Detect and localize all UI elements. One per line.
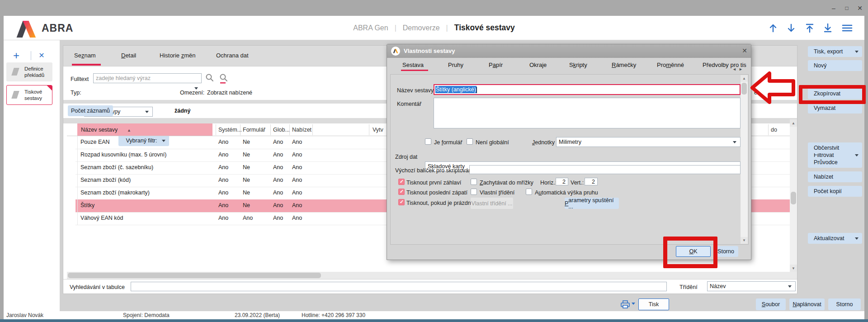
tab-seznam[interactable]: Seznam [74, 52, 96, 59]
snap-grid-checkbox[interactable] [471, 179, 477, 185]
je-formular-label[interactable]: Je formulář [434, 139, 462, 146]
print-last-footer-checkbox[interactable] [398, 189, 405, 195]
scrollbar-thumb[interactable] [791, 192, 796, 204]
column-header-do-clipped[interactable]: do [771, 123, 777, 136]
table-horizontal-scrollbar[interactable] [67, 272, 790, 279]
column-header-nabizet[interactable]: Nabízet [292, 123, 311, 136]
print-icon-button[interactable] [620, 299, 637, 310]
snap-grid-label[interactable]: Zachytávat do mřížky [480, 179, 533, 186]
novy-button[interactable]: Nový [808, 60, 862, 71]
fulltext-input[interactable] [93, 73, 202, 83]
scroll-down-icon[interactable]: ▼ [790, 265, 797, 272]
add-agenda-button[interactable]: + [11, 50, 22, 62]
record-count-button[interactable]: Počet záznamů [68, 105, 113, 116]
dialog-tab-okraje[interactable]: Okraje [529, 62, 547, 68]
arrow-to-top-icon[interactable] [804, 23, 815, 33]
dialog-tab-promenne[interactable]: Proměnné [657, 62, 684, 68]
horiz-input[interactable] [556, 178, 568, 185]
scroll-down-icon[interactable]: ▼ [741, 237, 748, 244]
print-if-empty-label[interactable]: Tisknout, pokud je prázdný [406, 199, 474, 207]
dialog-tab-ramecky[interactable]: Rámečky [612, 62, 636, 68]
scroll-up-icon[interactable]: ▲ [741, 75, 748, 82]
sidebar-item-tiskove-sestavy[interactable]: Tiskové sestavy [6, 85, 52, 105]
arrow-down-icon[interactable] [786, 23, 797, 33]
table-vertical-scrollbar[interactable]: ▲ ▼ [790, 119, 797, 272]
scrollbar-thumb[interactable] [741, 83, 747, 95]
omezeni-value[interactable]: Zobrazit nabízené [207, 89, 252, 96]
print-last-footer-label[interactable]: Tisknout poslední zápatí [406, 189, 467, 196]
comment-label: Komentář [397, 100, 421, 108]
sidebar-item-definice-prekladu[interactable]: Definice překladů [6, 62, 52, 81]
column-header-nazev-sestavy[interactable]: Název sestavy ▲ [77, 123, 212, 136]
je-formular-checkbox[interactable] [425, 138, 431, 145]
dialog-close-icon[interactable]: ✕ [741, 47, 748, 55]
dialog-tab-pruhy[interactable]: Pruhy [448, 62, 463, 68]
hamburger-menu-icon[interactable] [841, 23, 854, 33]
storno-toolbar-button[interactable]: Storno [828, 298, 861, 310]
vymazat-button[interactable]: Vymazat [808, 103, 862, 114]
dialog-tab-sestava[interactable]: Sestava [402, 62, 424, 68]
dialog-tab-skripty[interactable]: Skripty [569, 62, 587, 68]
arrow-to-bottom-icon[interactable] [822, 23, 833, 33]
tab-scroll-left-icon[interactable]: ◄ [732, 67, 736, 71]
run-parameters-button[interactable]: Parametry spuštění ... [565, 198, 619, 209]
print-first-header-checkbox[interactable] [398, 179, 405, 185]
name-input[interactable]: Štítky (anglické) [434, 84, 741, 95]
close-icon[interactable]: ✕ [855, 4, 865, 13]
scroll-up-icon[interactable]: ▲ [790, 119, 797, 127]
vert-label: Vert.: [571, 179, 584, 186]
pocet-kopii-button[interactable]: Počet kopií [808, 186, 862, 197]
aktualizovat-button[interactable]: Aktualizovat [808, 233, 862, 244]
tisk-export-button[interactable]: Tisk, export [808, 46, 862, 57]
minimize-icon[interactable]: – [829, 4, 839, 13]
tab-historie-zmen[interactable]: Historie změn [160, 52, 195, 59]
column-header-glob[interactable]: Glob... [273, 123, 290, 136]
maximize-icon[interactable]: □ [842, 4, 852, 13]
print-first-header-label[interactable]: Tisknout první záhlaví [406, 179, 461, 186]
tisk-button[interactable]: Tisk [638, 298, 669, 310]
auto-band-height-checkbox[interactable] [526, 189, 532, 195]
printer-dropdown-caret[interactable] [632, 303, 635, 307]
fulltext-search-icon[interactable] [219, 73, 229, 84]
pruvodce-button[interactable]: Průvodce [808, 157, 862, 168]
search-icon[interactable] [205, 73, 215, 84]
sort-dropdown[interactable]: Název [707, 281, 796, 291]
zkopirovat-button[interactable]: Zkopírovat [808, 88, 862, 99]
print-if-empty-checkbox[interactable] [398, 199, 405, 205]
vert-input[interactable] [585, 178, 598, 185]
script-package-input[interactable] [469, 165, 741, 174]
sidebar-item-label: Tiskové sestavy [24, 89, 51, 101]
comment-input[interactable] [434, 98, 741, 128]
dialog-titlebar[interactable]: Vlastnosti sestavy ✕ [387, 44, 751, 58]
dialog-scrollbar[interactable]: ▲ ▼ [741, 75, 748, 244]
soubor-button[interactable]: Soubor [756, 298, 786, 310]
table-search-input[interactable] [131, 282, 667, 291]
column-header-system[interactable]: Systém... [218, 123, 242, 136]
neni-globalni-label[interactable]: Není globální [476, 139, 509, 146]
column-header-vytv-clipped[interactable]: Vytv [373, 123, 383, 136]
custom-sort-checkbox[interactable] [471, 189, 477, 195]
tab-ochrana-dat[interactable]: Ochrana dat [216, 52, 249, 59]
neni-globalni-checkbox[interactable] [467, 138, 473, 145]
arrow-up-icon[interactable] [768, 23, 778, 33]
auto-band-height-label[interactable]: Automatická výška pruhu [535, 189, 598, 196]
scrollbar-thumb[interactable] [68, 273, 321, 278]
units-dropdown[interactable]: Milimetry [556, 137, 741, 147]
agenda-icon [11, 68, 19, 76]
ok-button[interactable]: OK [676, 246, 711, 257]
custom-sort-label[interactable]: Vlastní třídění [480, 189, 514, 196]
tab-detail[interactable]: Detail [121, 52, 136, 59]
nabizet-button[interactable]: Nabízet [808, 171, 862, 182]
close-agenda-button[interactable]: ✕ [37, 51, 46, 60]
active-tab-underline [72, 64, 101, 66]
name-label: Název sestavy [397, 87, 434, 94]
naplanovat-button[interactable]: Naplánovat [789, 298, 825, 310]
storno-button[interactable]: Storno [713, 246, 738, 257]
fulltext-label: Fulltext [71, 76, 89, 83]
dialog-tab-papir[interactable]: Papír [489, 62, 503, 68]
tab-scroll-right-icon[interactable]: ► [739, 67, 743, 71]
obcerstvit-button[interactable]: Občerstvit [808, 142, 862, 153]
status-user: Jaroslav Novák [6, 312, 43, 318]
status-connection: Spojení: Demodata [123, 312, 170, 318]
column-header-formular[interactable]: Formulář [243, 123, 265, 136]
